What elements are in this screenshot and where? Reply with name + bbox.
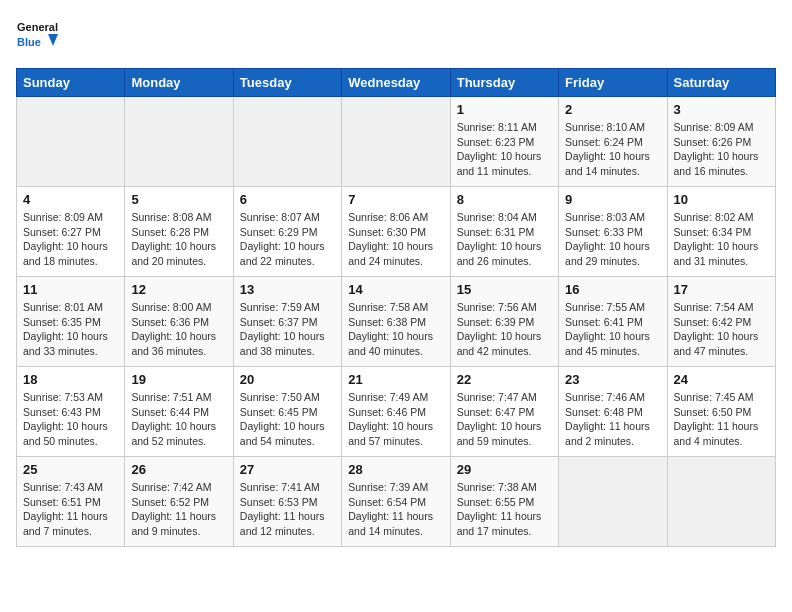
calendar-cell: 29Sunrise: 7:38 AM Sunset: 6:55 PM Dayli…: [450, 457, 558, 547]
day-info: Sunrise: 8:08 AM Sunset: 6:28 PM Dayligh…: [131, 210, 226, 269]
calendar-cell: 13Sunrise: 7:59 AM Sunset: 6:37 PM Dayli…: [233, 277, 341, 367]
day-info: Sunrise: 7:41 AM Sunset: 6:53 PM Dayligh…: [240, 480, 335, 539]
calendar-cell: 7Sunrise: 8:06 AM Sunset: 6:30 PM Daylig…: [342, 187, 450, 277]
day-info: Sunrise: 7:47 AM Sunset: 6:47 PM Dayligh…: [457, 390, 552, 449]
day-info: Sunrise: 7:46 AM Sunset: 6:48 PM Dayligh…: [565, 390, 660, 449]
calendar-cell: 24Sunrise: 7:45 AM Sunset: 6:50 PM Dayli…: [667, 367, 775, 457]
calendar-cell: 25Sunrise: 7:43 AM Sunset: 6:51 PM Dayli…: [17, 457, 125, 547]
svg-marker-1: [48, 34, 58, 46]
day-info: Sunrise: 8:02 AM Sunset: 6:34 PM Dayligh…: [674, 210, 769, 269]
day-info: Sunrise: 7:59 AM Sunset: 6:37 PM Dayligh…: [240, 300, 335, 359]
calendar-cell: 6Sunrise: 8:07 AM Sunset: 6:29 PM Daylig…: [233, 187, 341, 277]
calendar-cell: 11Sunrise: 8:01 AM Sunset: 6:35 PM Dayli…: [17, 277, 125, 367]
day-info: Sunrise: 7:50 AM Sunset: 6:45 PM Dayligh…: [240, 390, 335, 449]
calendar-cell: [667, 457, 775, 547]
day-header-tuesday: Tuesday: [233, 69, 341, 97]
day-info: Sunrise: 8:11 AM Sunset: 6:23 PM Dayligh…: [457, 120, 552, 179]
calendar-cell: 27Sunrise: 7:41 AM Sunset: 6:53 PM Dayli…: [233, 457, 341, 547]
calendar-cell: 21Sunrise: 7:49 AM Sunset: 6:46 PM Dayli…: [342, 367, 450, 457]
calendar-cell: 8Sunrise: 8:04 AM Sunset: 6:31 PM Daylig…: [450, 187, 558, 277]
day-info: Sunrise: 8:00 AM Sunset: 6:36 PM Dayligh…: [131, 300, 226, 359]
logo-icon: General Blue: [16, 16, 58, 58]
calendar-week-5: 25Sunrise: 7:43 AM Sunset: 6:51 PM Dayli…: [17, 457, 776, 547]
day-number: 26: [131, 462, 226, 477]
day-number: 13: [240, 282, 335, 297]
calendar-week-3: 11Sunrise: 8:01 AM Sunset: 6:35 PM Dayli…: [17, 277, 776, 367]
calendar-cell: 14Sunrise: 7:58 AM Sunset: 6:38 PM Dayli…: [342, 277, 450, 367]
calendar-cell: 26Sunrise: 7:42 AM Sunset: 6:52 PM Dayli…: [125, 457, 233, 547]
calendar-cell: [17, 97, 125, 187]
day-info: Sunrise: 7:38 AM Sunset: 6:55 PM Dayligh…: [457, 480, 552, 539]
calendar-cell: [342, 97, 450, 187]
day-info: Sunrise: 8:04 AM Sunset: 6:31 PM Dayligh…: [457, 210, 552, 269]
day-number: 8: [457, 192, 552, 207]
day-number: 2: [565, 102, 660, 117]
day-number: 3: [674, 102, 769, 117]
day-number: 11: [23, 282, 118, 297]
calendar-cell: 28Sunrise: 7:39 AM Sunset: 6:54 PM Dayli…: [342, 457, 450, 547]
day-number: 6: [240, 192, 335, 207]
calendar-cell: 22Sunrise: 7:47 AM Sunset: 6:47 PM Dayli…: [450, 367, 558, 457]
calendar-cell: [125, 97, 233, 187]
day-number: 25: [23, 462, 118, 477]
day-header-saturday: Saturday: [667, 69, 775, 97]
page-header: General Blue: [16, 16, 776, 58]
calendar-cell: 12Sunrise: 8:00 AM Sunset: 6:36 PM Dayli…: [125, 277, 233, 367]
day-info: Sunrise: 8:07 AM Sunset: 6:29 PM Dayligh…: [240, 210, 335, 269]
day-number: 4: [23, 192, 118, 207]
day-info: Sunrise: 7:53 AM Sunset: 6:43 PM Dayligh…: [23, 390, 118, 449]
day-info: Sunrise: 7:39 AM Sunset: 6:54 PM Dayligh…: [348, 480, 443, 539]
calendar-cell: 23Sunrise: 7:46 AM Sunset: 6:48 PM Dayli…: [559, 367, 667, 457]
day-number: 15: [457, 282, 552, 297]
calendar-table: SundayMondayTuesdayWednesdayThursdayFrid…: [16, 68, 776, 547]
day-info: Sunrise: 8:10 AM Sunset: 6:24 PM Dayligh…: [565, 120, 660, 179]
calendar-cell: 9Sunrise: 8:03 AM Sunset: 6:33 PM Daylig…: [559, 187, 667, 277]
calendar-cell: 20Sunrise: 7:50 AM Sunset: 6:45 PM Dayli…: [233, 367, 341, 457]
calendar-week-2: 4Sunrise: 8:09 AM Sunset: 6:27 PM Daylig…: [17, 187, 776, 277]
calendar-cell: 3Sunrise: 8:09 AM Sunset: 6:26 PM Daylig…: [667, 97, 775, 187]
day-header-wednesday: Wednesday: [342, 69, 450, 97]
calendar-cell: [233, 97, 341, 187]
svg-text:Blue: Blue: [17, 36, 41, 48]
day-number: 10: [674, 192, 769, 207]
calendar-cell: 16Sunrise: 7:55 AM Sunset: 6:41 PM Dayli…: [559, 277, 667, 367]
calendar-cell: 15Sunrise: 7:56 AM Sunset: 6:39 PM Dayli…: [450, 277, 558, 367]
day-number: 9: [565, 192, 660, 207]
svg-text:General: General: [17, 21, 58, 33]
logo: General Blue: [16, 16, 58, 58]
calendar-week-1: 1Sunrise: 8:11 AM Sunset: 6:23 PM Daylig…: [17, 97, 776, 187]
day-number: 12: [131, 282, 226, 297]
calendar-week-4: 18Sunrise: 7:53 AM Sunset: 6:43 PM Dayli…: [17, 367, 776, 457]
day-info: Sunrise: 7:49 AM Sunset: 6:46 PM Dayligh…: [348, 390, 443, 449]
day-info: Sunrise: 8:03 AM Sunset: 6:33 PM Dayligh…: [565, 210, 660, 269]
day-number: 18: [23, 372, 118, 387]
day-number: 14: [348, 282, 443, 297]
calendar-cell: 10Sunrise: 8:02 AM Sunset: 6:34 PM Dayli…: [667, 187, 775, 277]
day-info: Sunrise: 7:42 AM Sunset: 6:52 PM Dayligh…: [131, 480, 226, 539]
day-number: 7: [348, 192, 443, 207]
day-header-monday: Monday: [125, 69, 233, 97]
day-number: 5: [131, 192, 226, 207]
calendar-cell: 17Sunrise: 7:54 AM Sunset: 6:42 PM Dayli…: [667, 277, 775, 367]
calendar-body: 1Sunrise: 8:11 AM Sunset: 6:23 PM Daylig…: [17, 97, 776, 547]
calendar-cell: [559, 457, 667, 547]
day-number: 16: [565, 282, 660, 297]
day-number: 23: [565, 372, 660, 387]
calendar-cell: 19Sunrise: 7:51 AM Sunset: 6:44 PM Dayli…: [125, 367, 233, 457]
day-info: Sunrise: 8:06 AM Sunset: 6:30 PM Dayligh…: [348, 210, 443, 269]
day-number: 27: [240, 462, 335, 477]
day-number: 19: [131, 372, 226, 387]
day-info: Sunrise: 7:45 AM Sunset: 6:50 PM Dayligh…: [674, 390, 769, 449]
day-info: Sunrise: 8:01 AM Sunset: 6:35 PM Dayligh…: [23, 300, 118, 359]
day-number: 24: [674, 372, 769, 387]
day-header-friday: Friday: [559, 69, 667, 97]
day-number: 20: [240, 372, 335, 387]
calendar-cell: 5Sunrise: 8:08 AM Sunset: 6:28 PM Daylig…: [125, 187, 233, 277]
day-info: Sunrise: 8:09 AM Sunset: 6:27 PM Dayligh…: [23, 210, 118, 269]
day-info: Sunrise: 7:55 AM Sunset: 6:41 PM Dayligh…: [565, 300, 660, 359]
logo: General Blue: [16, 16, 58, 58]
calendar-cell: 4Sunrise: 8:09 AM Sunset: 6:27 PM Daylig…: [17, 187, 125, 277]
day-header-sunday: Sunday: [17, 69, 125, 97]
day-number: 21: [348, 372, 443, 387]
day-header-thursday: Thursday: [450, 69, 558, 97]
